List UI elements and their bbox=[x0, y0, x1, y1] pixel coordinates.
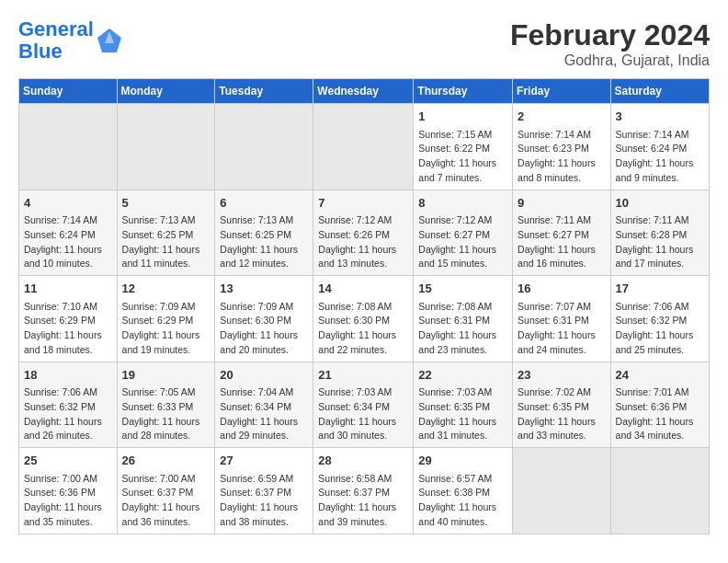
calendar-week-row: 18Sunrise: 7:06 AMSunset: 6:32 PMDayligh… bbox=[19, 362, 710, 448]
calendar-cell: 29Sunrise: 6:57 AMSunset: 6:38 PMDayligh… bbox=[414, 448, 513, 534]
calendar-cell bbox=[117, 104, 215, 190]
day-info: Sunrise: 7:13 AMSunset: 6:25 PMDaylight:… bbox=[220, 213, 308, 271]
day-info: Sunrise: 7:15 AMSunset: 6:22 PMDaylight:… bbox=[418, 128, 507, 186]
column-header-saturday: Saturday bbox=[610, 79, 709, 104]
day-info: Sunrise: 7:14 AMSunset: 6:24 PMDaylight:… bbox=[616, 128, 704, 186]
day-number: 8 bbox=[418, 194, 507, 213]
day-number: 29 bbox=[418, 452, 507, 470]
calendar-table: SundayMondayTuesdayWednesdayThursdayFrid… bbox=[18, 78, 710, 534]
column-header-friday: Friday bbox=[513, 79, 611, 104]
day-info: Sunrise: 7:02 AMSunset: 6:35 PMDaylight:… bbox=[518, 385, 606, 443]
day-info: Sunrise: 7:09 AMSunset: 6:30 PMDaylight:… bbox=[220, 300, 308, 358]
day-number: 13 bbox=[220, 280, 308, 298]
day-info: Sunrise: 7:13 AMSunset: 6:25 PMDaylight:… bbox=[122, 213, 210, 271]
calendar-cell: 16Sunrise: 7:07 AMSunset: 6:31 PMDayligh… bbox=[513, 276, 611, 362]
day-info: Sunrise: 7:14 AMSunset: 6:23 PMDaylight:… bbox=[518, 128, 606, 186]
day-number: 14 bbox=[318, 280, 408, 298]
day-info: Sunrise: 7:07 AMSunset: 6:31 PMDaylight:… bbox=[518, 300, 606, 358]
day-info: Sunrise: 7:05 AMSunset: 6:33 PMDaylight:… bbox=[122, 385, 210, 443]
calendar-cell: 7Sunrise: 7:12 AMSunset: 6:26 PMDaylight… bbox=[313, 190, 414, 276]
calendar-cell: 24Sunrise: 7:01 AMSunset: 6:36 PMDayligh… bbox=[610, 362, 709, 448]
day-info: Sunrise: 7:01 AMSunset: 6:36 PMDaylight:… bbox=[616, 385, 704, 443]
day-info: Sunrise: 7:12 AMSunset: 6:27 PMDaylight:… bbox=[418, 213, 507, 271]
calendar-cell bbox=[215, 104, 313, 190]
calendar-cell: 8Sunrise: 7:12 AMSunset: 6:27 PMDaylight… bbox=[414, 190, 513, 276]
day-info: Sunrise: 7:12 AMSunset: 6:26 PMDaylight:… bbox=[318, 213, 408, 271]
title-block: February 2024 Godhra, Gujarat, India bbox=[510, 18, 710, 69]
column-header-sunday: Sunday bbox=[19, 79, 118, 104]
calendar-header-row: SundayMondayTuesdayWednesdayThursdayFrid… bbox=[19, 79, 710, 104]
logo: General Blue bbox=[18, 18, 123, 63]
calendar-cell: 11Sunrise: 7:10 AMSunset: 6:29 PMDayligh… bbox=[19, 276, 118, 362]
calendar-cell bbox=[513, 448, 611, 534]
calendar-cell: 23Sunrise: 7:02 AMSunset: 6:35 PMDayligh… bbox=[513, 362, 611, 448]
day-number: 24 bbox=[616, 366, 704, 385]
day-number: 28 bbox=[318, 452, 408, 470]
calendar-cell: 26Sunrise: 7:00 AMSunset: 6:37 PMDayligh… bbox=[117, 448, 215, 534]
calendar-cell bbox=[313, 104, 414, 190]
logo-text: General Blue bbox=[18, 18, 94, 63]
day-info: Sunrise: 7:08 AMSunset: 6:30 PMDaylight:… bbox=[318, 300, 408, 358]
day-number: 23 bbox=[518, 366, 606, 385]
location-subtitle: Godhra, Gujarat, India bbox=[510, 52, 710, 69]
calendar-cell: 10Sunrise: 7:11 AMSunset: 6:28 PMDayligh… bbox=[610, 190, 709, 276]
day-info: Sunrise: 7:03 AMSunset: 6:34 PMDaylight:… bbox=[318, 385, 408, 443]
day-number: 11 bbox=[24, 280, 112, 298]
day-number: 15 bbox=[418, 280, 507, 298]
calendar-cell bbox=[19, 104, 118, 190]
calendar-cell: 1Sunrise: 7:15 AMSunset: 6:22 PMDaylight… bbox=[414, 104, 513, 190]
day-info: Sunrise: 7:11 AMSunset: 6:27 PMDaylight:… bbox=[518, 213, 606, 271]
day-number: 16 bbox=[518, 280, 606, 298]
day-number: 25 bbox=[24, 452, 112, 470]
calendar-cell bbox=[610, 448, 709, 534]
calendar-cell: 5Sunrise: 7:13 AMSunset: 6:25 PMDaylight… bbox=[117, 190, 215, 276]
day-number: 20 bbox=[220, 366, 308, 385]
day-info: Sunrise: 7:06 AMSunset: 6:32 PMDaylight:… bbox=[24, 385, 112, 443]
day-info: Sunrise: 6:59 AMSunset: 6:37 PMDaylight:… bbox=[220, 472, 308, 530]
logo-icon bbox=[96, 27, 123, 54]
day-number: 9 bbox=[518, 194, 606, 213]
day-info: Sunrise: 7:00 AMSunset: 6:36 PMDaylight:… bbox=[24, 472, 112, 530]
day-number: 12 bbox=[122, 280, 210, 298]
day-info: Sunrise: 7:14 AMSunset: 6:24 PMDaylight:… bbox=[24, 213, 112, 271]
day-info: Sunrise: 7:06 AMSunset: 6:32 PMDaylight:… bbox=[616, 300, 704, 358]
day-info: Sunrise: 7:00 AMSunset: 6:37 PMDaylight:… bbox=[122, 472, 210, 530]
column-header-tuesday: Tuesday bbox=[215, 79, 313, 104]
calendar-cell: 14Sunrise: 7:08 AMSunset: 6:30 PMDayligh… bbox=[313, 276, 414, 362]
day-number: 21 bbox=[318, 366, 408, 385]
page-header: General Blue February 2024 Godhra, Gujar… bbox=[18, 18, 710, 69]
day-info: Sunrise: 7:09 AMSunset: 6:29 PMDaylight:… bbox=[122, 300, 210, 358]
calendar-cell: 6Sunrise: 7:13 AMSunset: 6:25 PMDaylight… bbox=[215, 190, 313, 276]
calendar-week-row: 25Sunrise: 7:00 AMSunset: 6:36 PMDayligh… bbox=[19, 448, 710, 534]
calendar-cell: 9Sunrise: 7:11 AMSunset: 6:27 PMDaylight… bbox=[513, 190, 611, 276]
calendar-week-row: 1Sunrise: 7:15 AMSunset: 6:22 PMDaylight… bbox=[19, 104, 710, 190]
day-number: 3 bbox=[616, 108, 704, 126]
day-number: 4 bbox=[24, 194, 112, 213]
day-number: 22 bbox=[418, 366, 507, 385]
calendar-cell: 20Sunrise: 7:04 AMSunset: 6:34 PMDayligh… bbox=[215, 362, 313, 448]
calendar-cell: 13Sunrise: 7:09 AMSunset: 6:30 PMDayligh… bbox=[215, 276, 313, 362]
day-info: Sunrise: 7:10 AMSunset: 6:29 PMDaylight:… bbox=[24, 300, 112, 358]
calendar-cell: 19Sunrise: 7:05 AMSunset: 6:33 PMDayligh… bbox=[117, 362, 215, 448]
day-number: 27 bbox=[220, 452, 308, 470]
calendar-cell: 15Sunrise: 7:08 AMSunset: 6:31 PMDayligh… bbox=[414, 276, 513, 362]
day-number: 5 bbox=[122, 194, 210, 213]
calendar-cell: 18Sunrise: 7:06 AMSunset: 6:32 PMDayligh… bbox=[19, 362, 118, 448]
day-number: 17 bbox=[616, 280, 704, 298]
day-info: Sunrise: 7:08 AMSunset: 6:31 PMDaylight:… bbox=[418, 300, 507, 358]
day-info: Sunrise: 7:04 AMSunset: 6:34 PMDaylight:… bbox=[220, 385, 308, 443]
day-number: 10 bbox=[616, 194, 704, 213]
calendar-cell: 22Sunrise: 7:03 AMSunset: 6:35 PMDayligh… bbox=[414, 362, 513, 448]
calendar-cell: 27Sunrise: 6:59 AMSunset: 6:37 PMDayligh… bbox=[215, 448, 313, 534]
day-info: Sunrise: 7:11 AMSunset: 6:28 PMDaylight:… bbox=[616, 213, 704, 271]
calendar-cell: 17Sunrise: 7:06 AMSunset: 6:32 PMDayligh… bbox=[610, 276, 709, 362]
calendar-cell: 2Sunrise: 7:14 AMSunset: 6:23 PMDaylight… bbox=[513, 104, 611, 190]
column-header-monday: Monday bbox=[117, 79, 215, 104]
calendar-week-row: 4Sunrise: 7:14 AMSunset: 6:24 PMDaylight… bbox=[19, 190, 710, 276]
day-info: Sunrise: 7:03 AMSunset: 6:35 PMDaylight:… bbox=[418, 385, 507, 443]
calendar-cell: 21Sunrise: 7:03 AMSunset: 6:34 PMDayligh… bbox=[313, 362, 414, 448]
column-header-wednesday: Wednesday bbox=[313, 79, 414, 104]
day-number: 7 bbox=[318, 194, 408, 213]
day-number: 2 bbox=[518, 108, 606, 126]
day-number: 6 bbox=[220, 194, 308, 213]
